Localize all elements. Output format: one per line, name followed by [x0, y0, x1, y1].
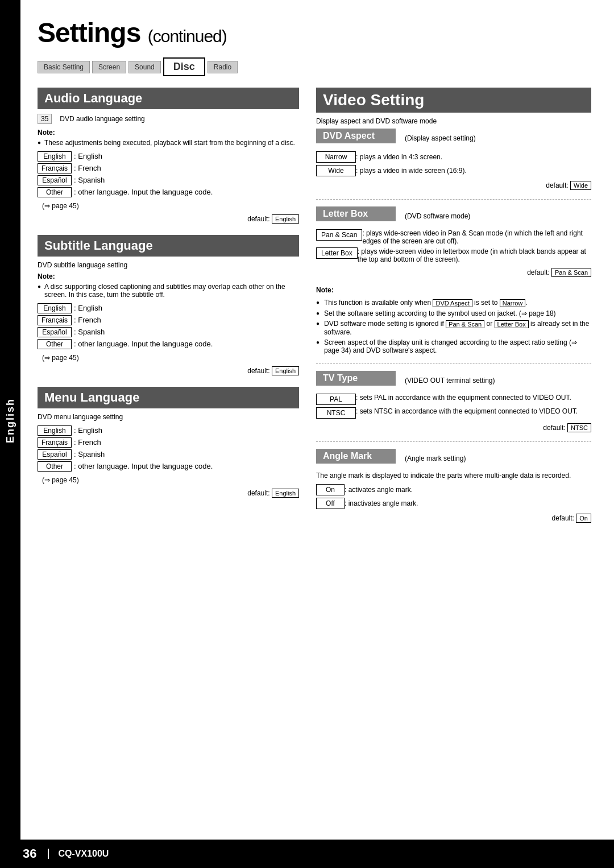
dvd-aspect-default-value: Wide — [570, 181, 591, 190]
tv-type-default-value: NTSC — [567, 423, 591, 432]
tv-type-desc: (VIDEO OUT terminal setting) — [405, 377, 495, 385]
tv-type-default: default: NTSC — [316, 423, 591, 432]
subtitle-page-ref: (⇒ page 45) — [42, 354, 299, 362]
page-number: 36 — [23, 846, 36, 861]
video-setting-header: Video Setting — [316, 88, 591, 113]
menu-box-other: Other — [38, 461, 72, 472]
tab-radio[interactable]: Radio — [208, 61, 238, 73]
menu-language-subtext: DVD menu language setting — [38, 413, 299, 421]
letter-box-header-line: Letter Box (DVD software mode) — [316, 206, 591, 226]
subtitle-desc-other: : other language. Input the language cod… — [74, 340, 213, 348]
tab-screen[interactable]: Screen — [92, 61, 126, 73]
option-box-narrow: Narrow — [316, 151, 356, 163]
nav-tabs: Basic Setting Screen Sound Disc Radio — [38, 57, 591, 76]
subtitle-row-english: English : English — [38, 303, 299, 313]
letter-box-header: Letter Box — [316, 206, 396, 221]
dvd-aspect-narrow: Narrow : plays a video in 4:3 screen. — [316, 151, 591, 163]
subtitle-language-section: Subtitle Language DVD subtitle language … — [38, 235, 299, 375]
subtitle-note-label: Note: — [38, 272, 299, 280]
tv-type-ntsc: NTSC : sets NTSC in accordance with the … — [316, 407, 591, 419]
lb-note-3: DVD software mode setting is ignored if … — [316, 320, 591, 336]
lang-desc-english: : English — [74, 152, 102, 160]
audio-language-note-text: These adjustments being executed, playba… — [38, 139, 299, 147]
model-number: CQ-VX100U — [48, 849, 109, 859]
option-box-pal: PAL — [316, 394, 356, 405]
subtitle-box-english: English — [38, 303, 72, 313]
option-desc-letterbox: : plays wide-screen video in letterbox m… — [358, 247, 591, 263]
letter-box-desc: (DVD software mode) — [405, 212, 470, 220]
audio-default-value: English — [272, 214, 299, 224]
menu-language-section: Menu Language DVD menu language setting … — [38, 387, 299, 498]
subtitle-box-other: Other — [38, 339, 72, 349]
english-tab-label: English — [5, 398, 16, 443]
angle-mark-default-label: default: — [552, 514, 574, 522]
inline-letterbox: Letter Box — [495, 320, 529, 328]
audio-page-ref: (⇒ page 45) — [42, 202, 299, 210]
menu-default-value: English — [272, 489, 299, 498]
menu-box-espanol: Español — [38, 449, 72, 460]
angle-mark-default: default: On — [316, 514, 591, 523]
lang-row-other: Other : other language. Input the langua… — [38, 187, 299, 197]
tv-type-default-label: default: — [543, 424, 565, 432]
tv-type-section: TV Type (VIDEO OUT terminal setting) PAL… — [316, 371, 591, 432]
divider-3 — [316, 441, 591, 442]
menu-box-francais: Français — [38, 437, 72, 448]
english-tab: English — [0, 0, 20, 842]
tab-basic-setting[interactable]: Basic Setting — [38, 61, 90, 73]
menu-desc-francais: : French — [74, 438, 101, 447]
dvd-aspect-header: DVD Aspect — [316, 129, 396, 143]
subtitle-row-francais: Français : French — [38, 315, 299, 325]
dvd-aspect-section: DVD Aspect (Display aspect setting) Narr… — [316, 129, 591, 190]
menu-language-header: Menu Language — [38, 387, 299, 408]
letter-box-default: default: Pan & Scan — [316, 268, 591, 277]
tv-type-header-line: TV Type (VIDEO OUT terminal setting) — [316, 371, 591, 390]
menu-row-francais: Français : French — [38, 437, 299, 448]
subtitle-desc-francais: : French — [74, 316, 101, 324]
lang-box-espanol: Español — [38, 175, 72, 185]
lang-desc-other: : other language. Input the language cod… — [74, 188, 213, 196]
main-content: Settings (continued) Basic Setting Scree… — [20, 0, 614, 555]
dvd-aspect-header-line: DVD Aspect (Display aspect setting) — [316, 129, 591, 148]
letter-box-notes: This function is available only when DVD… — [316, 299, 591, 354]
option-box-wide: Wide — [316, 165, 356, 176]
option-box-letterbox: Letter Box — [316, 247, 358, 259]
subtitle-default-value: English — [272, 366, 299, 375]
letter-box-section: Letter Box (DVD software mode) Pan & Sca… — [316, 206, 591, 354]
audio-default-label: default: — [247, 215, 269, 223]
subtitle-language-options: English : English Français : French Espa… — [38, 303, 299, 349]
subtitle-desc-espanol: : Spanish — [74, 328, 105, 336]
subtitle-box-espanol: Español — [38, 327, 72, 337]
divider-2 — [316, 363, 591, 364]
option-desc-wide: : plays a video in wide screen (16:9). — [356, 167, 467, 175]
option-box-off: Off — [316, 498, 345, 509]
angle-mark-desc: (Angle mark setting) — [405, 454, 466, 462]
lang-row-espanol: Español : Spanish — [38, 175, 299, 185]
audio-language-section: Audio Language 35 DVD audio language set… — [38, 88, 299, 224]
option-desc-panscan: : plays wide-screen video in Pan & Scan … — [362, 229, 591, 245]
subtitle-row-espanol: Español : Spanish — [38, 327, 299, 337]
tv-type-header: TV Type — [316, 371, 396, 386]
dvd-aspect-default-label: default: — [546, 181, 568, 189]
menu-row-other: Other : other language. Input the langua… — [38, 461, 299, 472]
divider-1 — [316, 199, 591, 200]
subtitle-language-subtext: DVD subtitle language setting — [38, 261, 299, 269]
menu-default-line: default: English — [38, 489, 299, 498]
option-desc-on: : activates angle mark. — [345, 486, 413, 494]
title-continued: (continued) — [148, 27, 227, 46]
angle-mark-section: Angle Mark (Angle mark setting) The angl… — [316, 449, 591, 523]
lb-note-4: Screen aspect of the display unit is cha… — [316, 338, 591, 354]
tab-disc[interactable]: Disc — [163, 57, 205, 76]
angle-mark-header-line: Angle Mark (Angle mark setting) — [316, 449, 591, 468]
lb-note-1: This function is available only when DVD… — [316, 299, 591, 307]
letter-box-default-label: default: — [527, 268, 549, 276]
option-desc-ntsc: : sets NTSC in accordance with the equip… — [356, 407, 578, 415]
angle-mark-off: Off : inactivates angle mark. — [316, 498, 591, 509]
audio-language-options: English : English Français : French Espa… — [38, 151, 299, 197]
angle-mark-on: On : activates angle mark. — [316, 484, 591, 495]
option-box-panscan: Pan & Scan — [316, 229, 362, 241]
angle-mark-default-value: On — [576, 514, 591, 523]
tab-sound[interactable]: Sound — [128, 61, 161, 73]
dvd-aspect-desc: (Display aspect setting) — [405, 134, 476, 142]
menu-default-label: default: — [247, 489, 269, 497]
audio-language-subtext: DVD audio language setting — [60, 115, 144, 123]
